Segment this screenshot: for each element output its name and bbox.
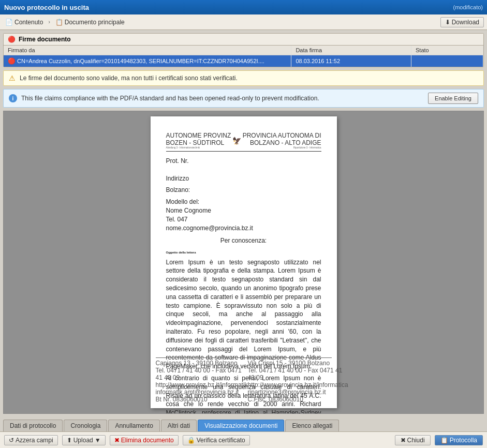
- tab-visualizzazione-documenti[interactable]: Visualizzazione documenti: [198, 420, 284, 431]
- email-field: nome.cognome@provincia.bz.it: [166, 224, 321, 233]
- firme-header: 🔴 Firme documento: [4, 34, 483, 46]
- main-content: 🔴 Firme documento Firmato da Data firma …: [0, 30, 487, 417]
- reset-icon: ↺: [9, 437, 14, 444]
- upload-dropdown-icon: ▼: [95, 437, 101, 444]
- doc-header-left: AUTONOME PROVINZ BOZEN - SÜDTIROL Abteil…: [166, 132, 232, 149]
- col-header-data: Data firma: [291, 46, 411, 55]
- modified-indicator: (modificato): [453, 4, 483, 10]
- col-header-firmato: Firmato da: [4, 46, 291, 55]
- cell-firmato: 🔴 CN=Andrea Cuzzolin, dnQualifier=201014…: [4, 55, 291, 67]
- warning-bar: ⚠ Le firme del documento sono valide, ma…: [3, 70, 484, 86]
- document-viewer-container: AUTONOME PROVINZ BOZEN - SÜDTIROL Abteil…: [3, 111, 484, 414]
- chiudi-button[interactable]: ✖ Chiudi: [395, 435, 431, 445]
- doc-field-modello: Modello del: Nome Cognome Tel. 047 nome.…: [166, 198, 321, 232]
- tab-elenco-allegati[interactable]: Elenco allegati: [285, 420, 339, 431]
- protocolla-icon: 📋: [440, 437, 448, 444]
- delete-icon: ✖: [114, 437, 120, 444]
- doc-header-right: PROVINCIA AUTONOMA DI BOLZANO - ALTO ADI…: [241, 132, 321, 149]
- window-title: Nuovo protocollo in uscita: [4, 4, 89, 11]
- cert-icon: 🔴: [8, 57, 16, 65]
- pdf-info-text: This file claims compliance with the PDF…: [21, 95, 424, 102]
- upload-button[interactable]: ⬆ Upload ▼: [62, 435, 106, 445]
- doc-field-bolzano: Bolzano:: [166, 186, 321, 195]
- cert-verify-icon: 🔒: [187, 437, 195, 444]
- toolbar: 📄 Contenuto › 📋 Documento principale ⬇ D…: [0, 14, 487, 30]
- toolbar-right: ⬇ Download: [440, 17, 484, 27]
- document-icon: 📄: [5, 19, 13, 26]
- breadcrumb-contenuto[interactable]: 📄 Contenuto: [3, 18, 45, 27]
- footer-right: Via Crispi 15 - 39100 Bolzano Tel. 0471 …: [248, 360, 348, 403]
- info-icon: i: [9, 94, 17, 102]
- col-header-stato: Stato: [411, 46, 483, 55]
- breadcrumb-arrow: ›: [48, 19, 50, 25]
- doc-subject: Oggetto della lettera: [166, 250, 321, 255]
- tab-cronologia[interactable]: Cronologia: [64, 420, 107, 431]
- protocolla-button[interactable]: 📋 Protocolla: [435, 435, 483, 445]
- province-name-de: AUTONOME PROVINZ BOZEN - SÜDTIROL: [166, 132, 232, 146]
- document-viewer-scroll[interactable]: AUTONOME PROVINZ BOZEN - SÜDTIROL Abteil…: [4, 111, 483, 413]
- doc-para1: Lorem Ipsum è un testo segnaposto utiliz…: [166, 258, 321, 371]
- tab-altri-dati[interactable]: Altri dati: [161, 420, 197, 431]
- modello-label: Modello del:: [166, 198, 321, 206]
- department-it: Ripartizione 3 - Informatica: [241, 146, 321, 149]
- cell-data: 08.03.2016 11:52: [291, 55, 411, 67]
- bottom-toolbar: ↺ Azzera campi ⬆ Upload ▼ ✖ Elimina docu…: [0, 431, 487, 448]
- nome-cognome: Nome Cognome: [166, 206, 321, 215]
- tab-annullamento[interactable]: Annullamento: [108, 420, 159, 431]
- warning-icon: ⚠: [9, 74, 16, 82]
- indirizzo-label: Indirizzo: [166, 175, 189, 182]
- breadcrumb-documento-label: Documento principale: [65, 19, 125, 26]
- firme-table: Firmato da Data firma Stato 🔴 CN=Andrea …: [4, 46, 483, 67]
- department-de: Abteilung 3 - Informationstechnik: [166, 146, 232, 149]
- download-button[interactable]: ⬇ Download: [440, 17, 484, 27]
- doc-field-prot: Prot. Nr. Indirizzo: [166, 157, 321, 183]
- pdf-info-bar: i This file claims compliance with the P…: [3, 89, 484, 108]
- firme-warning-icon: 🔴: [8, 36, 16, 43]
- bottom-right: ✖ Chiudi 📋 Protocolla: [395, 435, 483, 445]
- title-bar: Nuovo protocollo in uscita (modificato): [0, 0, 487, 14]
- doc-header: AUTONOME PROVINZ BOZEN - SÜDTIROL Abteil…: [166, 132, 321, 152]
- tel-field: Tel. 047: [166, 215, 321, 224]
- pdf-icon: 📋: [55, 19, 63, 26]
- tab-dati-protocollo[interactable]: Dati di protocollo: [3, 420, 63, 431]
- verifica-certificato-button[interactable]: 🔒 Verifica certificato: [183, 435, 250, 445]
- warning-text: Le firme del documento sono valide, ma n…: [20, 74, 238, 82]
- prot-label: Prot. Nr.: [166, 157, 189, 165]
- breadcrumb-contenuto-label: Contenuto: [14, 19, 43, 26]
- bolzano-label: Bolzano:: [166, 186, 190, 193]
- azzera-campi-button[interactable]: ↺ Azzera campi: [4, 435, 58, 445]
- breadcrumb-documento-principale[interactable]: 📋 Documento principale: [53, 18, 127, 27]
- close-icon: ✖: [401, 437, 406, 444]
- cell-stato: [411, 55, 483, 67]
- doc-footer: Capiagos 13 - 39100 Bolzano Tel. 0471 / …: [156, 357, 332, 403]
- tabs-bar: Dati di protocollo Cronologia Annullamen…: [0, 417, 487, 431]
- download-icon: ⬇: [445, 19, 450, 26]
- enable-editing-button[interactable]: Enable Editing: [428, 93, 478, 104]
- firme-panel: 🔴 Firme documento Firmato da Data firma …: [3, 33, 484, 67]
- province-name-it: PROVINCIA AUTONOMA DI BOLZANO - ALTO ADI…: [241, 132, 321, 146]
- upload-icon: ⬆: [67, 437, 72, 444]
- footer-left: Capiagos 13 - 39100 Bolzano Tel. 0471 / …: [156, 360, 248, 403]
- document-page: AUTONOME PROVINZ BOZEN - SÜDTIROL Abteil…: [151, 116, 337, 408]
- elimina-documento-button[interactable]: ✖ Elimina documento: [110, 435, 179, 445]
- firme-title: Firme documento: [19, 36, 71, 43]
- eagle-logo: 🦅: [232, 137, 241, 144]
- table-row[interactable]: 🔴 CN=Andrea Cuzzolin, dnQualifier=201014…: [4, 55, 483, 67]
- doc-conoscenza: Per conoscenza:: [166, 236, 321, 245]
